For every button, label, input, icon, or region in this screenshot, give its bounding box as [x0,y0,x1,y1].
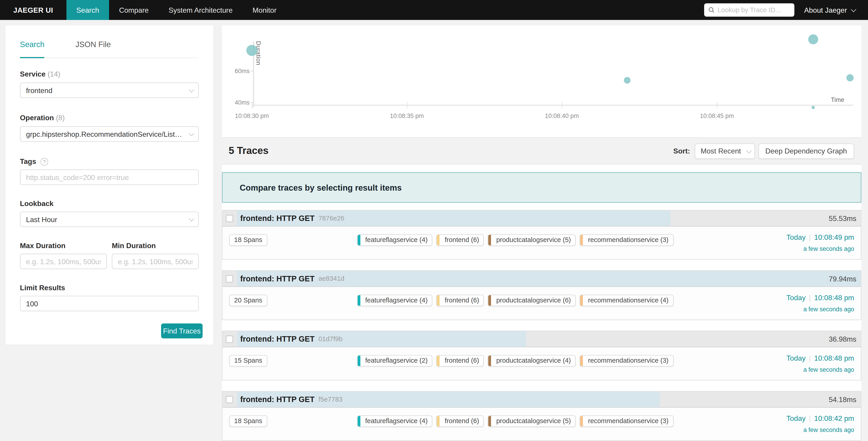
trace-scatter-dot[interactable] [624,77,630,83]
service-tag-pill: featureflagservice (4) [357,295,432,306]
lookback-value: Last Hour [26,215,57,224]
limit-results-input[interactable] [20,296,199,311]
service-tag-label: frontend (6) [445,357,479,364]
max-duration-group: Max Duration [20,241,107,269]
trace-card-header[interactable]: frontend: HTTP GET ae8341d 79.94ms [222,271,861,287]
min-duration-input[interactable] [112,254,199,269]
trace-id: f5e7783 [318,395,342,403]
tags-input[interactable] [20,170,199,185]
service-tag-label: recommendationservice (4) [588,296,669,304]
sort-value: Most Recent [701,147,741,155]
nav-item-search[interactable]: Search [66,0,109,20]
trace-relative-time: a few seconds ago [786,305,854,312]
trace-scatter-dot[interactable] [808,34,818,45]
operation-select[interactable]: grpc.hipstershop.RecommendationService/L… [20,126,199,142]
max-duration-input[interactable] [20,254,107,269]
trace-title: frontend: HTTP GET 01d7f9b [240,331,343,347]
service-color-strip [437,416,440,426]
trace-timestamp: Today|10:08:48 pm a few seconds ago [786,294,854,313]
x-tick-mark [562,102,562,109]
results-tools: Sort: Most Recent Deep Dependency Graph [673,143,854,159]
trace-checkbox-cell [222,392,237,407]
trace-compare-checkbox[interactable] [226,275,233,283]
service-tag-label: featureflagservice (4) [365,417,428,425]
help-icon[interactable]: ? [40,158,48,166]
service-tag-label: productcatalogservice (5) [496,236,571,243]
service-tag-list: featureflagservice (4)frontend (6)produc… [357,234,673,246]
trace-day: Today [786,233,806,241]
service-tag-label: recommendationservice (3) [588,357,669,364]
trace-checkbox-cell [222,271,237,286]
chevron-down-icon [746,148,751,153]
service-tag-label: frontend (6) [445,417,479,425]
sort-select[interactable]: Most Recent [694,143,755,159]
span-count-pill: 18 Spans [229,234,267,246]
trace-card: frontend: HTTP GET f5e7783 54.18ms 18 Sp… [222,391,862,441]
trace-id: ae8341d [318,274,344,282]
service-tag-pill: productcatalogservice (6) [488,295,576,306]
span-count-pill: 18 Spans [229,415,267,427]
y-tick-label: 60ms [231,67,250,74]
service-tag-list: featureflagservice (4)frontend (6)produc… [357,295,673,306]
sort-label: Sort: [673,147,690,155]
lookback-group: Lookback Last Hour [20,200,199,227]
service-tag-list: featureflagservice (4)frontend (6)produc… [357,415,673,427]
service-tag-pill: recommendationservice (3) [580,355,673,366]
trace-scatter-dot[interactable] [846,75,854,82]
duration-scatter-plot: Duration Time 10:08:30 pm10:08:35 pm10:0… [222,26,862,138]
trace-relative-time: a few seconds ago [786,366,854,373]
trace-name: frontend: HTTP GET [240,214,315,223]
service-color-strip [437,295,440,305]
service-tag-label: productcatalogservice (4) [496,357,571,364]
trace-timestamp: Today|10:08:48 pm a few seconds ago [786,354,854,373]
service-select[interactable]: frontend [20,83,199,98]
trace-card-header[interactable]: frontend: HTTP GET 7876e26 55.53ms [222,210,861,227]
nav-item-compare[interactable]: Compare [109,0,159,20]
service-tag-pill: frontend (6) [436,234,484,246]
service-tag-pill: productcatalogservice (4) [488,355,576,366]
x-axis-line [252,105,853,106]
x-tick-label: 10:08:45 pm [695,113,739,119]
operation-value: grpc.hipstershop.RecommendationService/L… [26,130,184,138]
tags-group: Tags ? [20,157,199,185]
search-panel: Search JSON File Service (14) frontend O… [5,26,213,345]
trace-time: 10:08:48 pm [814,354,854,362]
trace-compare-checkbox[interactable] [226,336,233,343]
trace-scatter-dot[interactable] [811,106,815,109]
trace-card: frontend: HTTP GET 01d7f9b 36.98ms 15 Sp… [222,331,862,381]
y-tick-label: 40ms [231,99,250,106]
y-tick-mark [250,102,254,103]
trace-card-header[interactable]: frontend: HTTP GET f5e7783 54.18ms [222,392,861,408]
trace-scatter-dot[interactable] [246,45,257,56]
find-traces-button[interactable]: Find Traces [161,324,203,339]
trace-compare-checkbox[interactable] [226,396,233,403]
limit-results-label: Limit Results [20,284,199,292]
tab-json-file[interactable]: JSON File [75,40,111,58]
service-tag-label: frontend (6) [445,296,479,304]
deep-dependency-graph-button[interactable]: Deep Dependency Graph [758,143,854,159]
service-tag-pill: frontend (6) [436,295,484,306]
trace-card-header[interactable]: frontend: HTTP GET 01d7f9b 36.98ms [222,331,861,347]
search-panel-tabs: Search JSON File [20,40,199,58]
trace-name: frontend: HTTP GET [240,334,315,344]
min-duration-label: Min Duration [112,241,199,250]
trace-title: frontend: HTTP GET 7876e26 [240,210,344,226]
trace-compare-checkbox[interactable] [226,215,233,222]
min-duration-group: Min Duration [112,241,199,269]
trace-timestamp: Today|10:08:42 pm a few seconds ago [786,414,854,433]
service-color-strip [489,356,491,366]
service-tag-pill: recommendationservice (3) [580,234,673,246]
trace-id: 7876e26 [318,214,344,222]
trace-card-body: 18 Spans featureflagservice (4)frontend … [222,227,861,260]
service-group: Service (14) frontend [20,70,199,98]
trace-card-body: 20 Spans featureflagservice (4)frontend … [222,287,861,320]
timestamp-divider: | [809,294,811,302]
service-tag-label: recommendationservice (3) [588,236,669,243]
trace-card: frontend: HTTP GET ae8341d 79.94ms 20 Sp… [222,270,862,320]
lookback-select[interactable]: Last Hour [20,212,199,227]
compare-banner: Compare traces by selecting result items [222,172,862,203]
app-brand[interactable]: JAEGER UI [0,0,66,20]
trace-duration: 54.18ms [829,392,857,407]
tab-search[interactable]: Search [20,40,44,58]
trace-name: frontend: HTTP GET [240,395,315,404]
